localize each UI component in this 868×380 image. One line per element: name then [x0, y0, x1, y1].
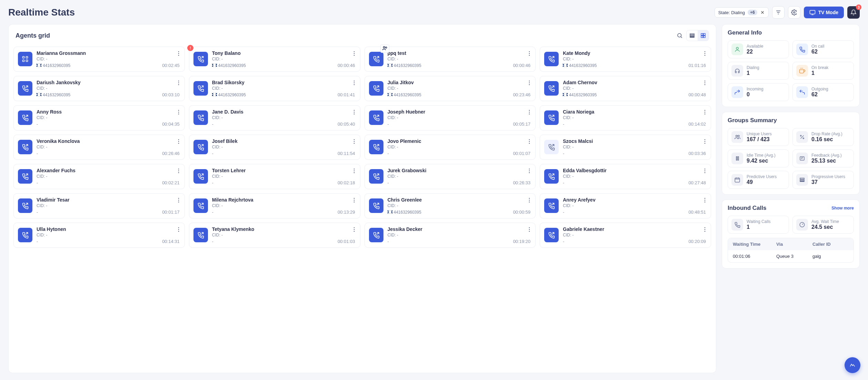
more-menu-button[interactable] — [702, 197, 708, 204]
more-menu-button[interactable] — [176, 197, 182, 204]
stat-value: 25.13 sec — [811, 158, 842, 164]
agent-card[interactable]: Kate Mondy CID: - 441632960395 01:01:16 — [540, 47, 711, 72]
more-menu-button[interactable] — [176, 109, 182, 116]
agent-number: 441632960395 — [388, 210, 421, 215]
search-icon[interactable] — [677, 32, 683, 39]
agent-name: Jovo Plemenic — [388, 138, 531, 144]
agents-panel: Agents grid — [8, 24, 716, 373]
grid-view-button[interactable] — [698, 30, 709, 41]
agent-card[interactable]: Tetyana Klymenko CID: - - 00:01:03 — [189, 223, 360, 248]
agent-card[interactable]: Jane D. Davis CID: - - 00:05:40 — [189, 105, 360, 130]
more-menu-button[interactable] — [351, 50, 357, 58]
svg-point-95 — [529, 229, 530, 230]
more-menu-button[interactable] — [702, 50, 708, 58]
agent-card[interactable]: Brad Sikorsky CID: - 441632960395 00:01:… — [189, 76, 360, 101]
filter-button[interactable] — [772, 6, 785, 19]
more-menu-button[interactable] — [351, 109, 357, 116]
agent-card[interactable]: ppq test CID: - 441632960395 00:00:46 — [365, 47, 536, 72]
settings-button[interactable] — [788, 6, 800, 19]
agent-card[interactable]: Julia Jitkov CID: - 441632960395 00:23:4… — [365, 76, 536, 101]
agent-card[interactable]: Jovo Plemenic CID: - - 00:01:07 — [365, 135, 536, 160]
agent-status-icon — [369, 81, 383, 96]
svg-point-104 — [803, 138, 804, 139]
more-menu-button[interactable] — [176, 80, 182, 87]
more-menu-button[interactable] — [351, 197, 357, 204]
more-menu-button[interactable] — [526, 226, 532, 234]
agent-card[interactable]: Dariush Jankovsky CID: - 441632960395 00… — [13, 76, 185, 101]
agent-card[interactable]: Joseph Huebner CID: - - 00:05:17 — [365, 105, 536, 130]
agent-card[interactable]: ! Tony Balano CID: - 441632960395 00:00:… — [189, 47, 360, 72]
agent-card[interactable]: Milena Rejchrtova CID: - - 00:13:29 — [189, 193, 360, 218]
state-filter-chip[interactable]: State: Dialing +6 — [715, 7, 769, 18]
agent-card[interactable]: Szocs Malcsi CID: - - 00:03:36 — [540, 135, 711, 160]
agent-name: Vladimir Tesar — [37, 197, 180, 203]
agent-card[interactable]: Torsten Lehrer CID: - - 00:02:18 — [189, 164, 360, 189]
show-more-link[interactable]: Show more — [831, 206, 854, 211]
more-menu-button[interactable] — [526, 138, 532, 146]
agent-cid: CID: - — [37, 86, 180, 91]
more-menu-button[interactable] — [702, 168, 708, 175]
agent-card[interactable]: Edda Valbesgdottir CID: - - 00:27:48 — [540, 164, 711, 189]
agent-card[interactable]: Veronika Konclova CID: - - 00:26:46 — [13, 135, 185, 160]
more-menu-button[interactable] — [351, 226, 357, 234]
agent-number: - — [212, 210, 213, 215]
fab-button[interactable] — [845, 357, 860, 373]
agent-card[interactable]: Ciara Noriega CID: - - 00:14:02 — [540, 105, 711, 130]
pause-icon — [731, 153, 743, 164]
agent-timer: 00:14:31 — [162, 239, 180, 244]
agent-card[interactable]: Gabriele Kaestner CID: - - 00:20:09 — [540, 223, 711, 248]
svg-point-101 — [736, 135, 738, 137]
more-menu-button[interactable] — [702, 80, 708, 87]
more-menu-button[interactable] — [702, 138, 708, 146]
more-menu-button[interactable] — [702, 109, 708, 116]
svg-point-63 — [705, 143, 705, 144]
agent-card[interactable]: Josef Bilek CID: - - 00:11:54 — [189, 135, 360, 160]
agent-card[interactable]: Vladimir Tesar CID: - - 00:01:17 — [13, 193, 185, 218]
agent-card[interactable]: Marianna Grossmann CID: - 441632960395 0… — [13, 47, 185, 72]
agent-card[interactable]: Chris Greenlee CID: - 441632960395 00:00… — [365, 193, 536, 218]
agent-card[interactable]: Ulla Hytonen CID: - - 00:14:31 — [13, 223, 185, 248]
agent-card[interactable]: Alexander Fuchs CID: - - 00:02:21 — [13, 164, 185, 189]
svg-point-32 — [353, 82, 354, 83]
more-menu-button[interactable] — [526, 109, 532, 116]
more-menu-button[interactable] — [526, 197, 532, 204]
agent-card[interactable]: Anrey Arefyev CID: - - 00:48:51 — [540, 193, 711, 218]
more-menu-button[interactable] — [351, 168, 357, 175]
agent-number: 441632960395 — [212, 63, 246, 68]
table-row[interactable]: 00:01:06 Queue 3 galg — [728, 250, 854, 262]
more-vertical-icon — [351, 80, 357, 86]
stat-value: 1 — [747, 224, 771, 230]
more-menu-button[interactable] — [351, 80, 357, 87]
svg-rect-13 — [26, 60, 28, 62]
agent-cid: CID: - — [37, 115, 180, 120]
more-menu-button[interactable] — [526, 168, 532, 175]
more-menu-button[interactable] — [526, 80, 532, 87]
agent-card[interactable]: Jessika Decker CID: - - 00:19:20 — [365, 223, 536, 248]
more-menu-button[interactable] — [176, 226, 182, 234]
more-menu-button[interactable] — [176, 168, 182, 175]
sliders-icon — [775, 9, 781, 16]
cell-caller-id: galg — [812, 254, 849, 259]
stat-card: Feedback (Avg.) 25.13 sec — [792, 149, 854, 167]
agent-card[interactable]: Jurek Grabowski CID: - - 00:26:33 — [365, 164, 536, 189]
svg-point-30 — [178, 84, 179, 85]
agent-status-icon — [369, 110, 383, 125]
notifications-button[interactable]: 3 — [847, 6, 860, 19]
more-menu-button[interactable] — [176, 138, 182, 146]
agent-card[interactable]: Adam Chernov CID: - 441632960395 00:00:4… — [540, 76, 711, 101]
list-view-button[interactable] — [687, 30, 698, 41]
tv-mode-button[interactable]: TV Mode — [804, 7, 844, 18]
page-title: Realtime Stats — [8, 7, 709, 18]
more-menu-button[interactable] — [351, 138, 357, 146]
more-menu-button[interactable] — [526, 50, 532, 58]
more-vertical-icon — [351, 197, 357, 203]
more-menu-button[interactable] — [702, 226, 708, 234]
outgoing-icon — [796, 86, 808, 98]
close-icon[interactable] — [760, 10, 765, 15]
svg-point-90 — [178, 231, 179, 232]
more-menu-button[interactable] — [176, 50, 182, 58]
svg-point-61 — [705, 139, 705, 140]
svg-point-45 — [353, 114, 354, 114]
svg-point-80 — [353, 200, 354, 201]
agent-card[interactable]: Anny Ross CID: - - 00:04:35 — [13, 105, 185, 130]
